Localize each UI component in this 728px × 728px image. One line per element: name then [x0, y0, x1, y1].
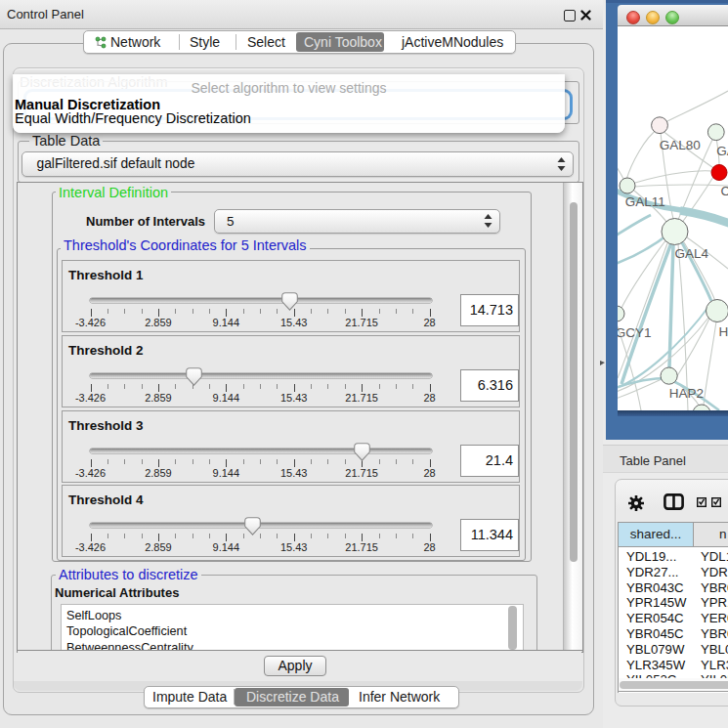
svg-text:HAP2: HAP2: [669, 386, 704, 401]
svg-text:GCY1: GCY1: [618, 325, 652, 340]
svg-text:C: C: [721, 184, 728, 198]
svg-text:GAL80: GAL80: [660, 138, 701, 152]
svg-text:GAL4: GAL4: [675, 246, 709, 261]
svg-text:GA: GA: [716, 144, 728, 158]
svg-text:H: H: [719, 324, 728, 339]
svg-text:GAL11: GAL11: [625, 194, 665, 209]
